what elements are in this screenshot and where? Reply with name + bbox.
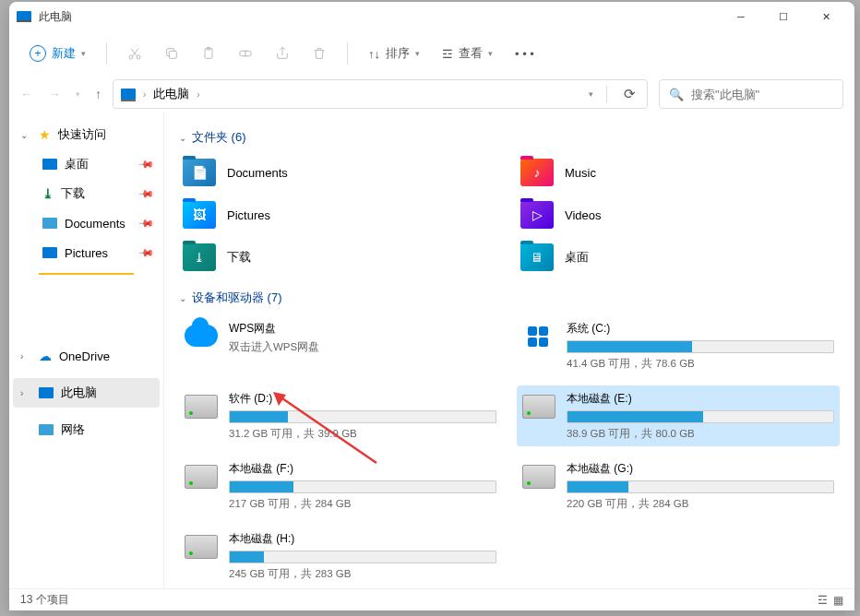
cut-button[interactable] (118, 37, 151, 70)
drive-c[interactable]: 系统 (C:) 41.4 GB 可用，共 78.6 GB (517, 315, 840, 376)
new-label: 新建 (52, 45, 76, 62)
breadcrumb-location[interactable]: 此电脑 (153, 86, 189, 102)
folder-videos[interactable]: ▷ Videos (517, 197, 840, 232)
documents-icon: 📄 (183, 159, 216, 186)
sidebar: ⌄ ★ 快速访问 桌面 📌 ⤓ 下载 📌 Documents 📌 P (9, 113, 164, 610)
view-details-button[interactable]: ☲ (818, 594, 828, 607)
sidebar-item-pictures[interactable]: Pictures 📌 (13, 238, 160, 267)
drive-d[interactable]: 软件 (D:) 31.2 GB 可用，共 39.9 GB (179, 385, 502, 446)
sidebar-label: OneDrive (59, 349, 110, 363)
folder-downloads[interactable]: ⤓ 下载 (179, 240, 502, 275)
view-icon: ☲ (442, 47, 453, 61)
folder-label: Documents (227, 166, 288, 180)
view-tiles-button[interactable]: ▦ (833, 594, 843, 607)
section-drives[interactable]: ⌄ 设备和驱动器 (7) (179, 290, 840, 306)
minimize-button[interactable]: ─ (720, 2, 762, 31)
folder-documents[interactable]: 📄 Documents (179, 155, 502, 190)
storage-bar (229, 410, 496, 423)
document-icon (42, 218, 57, 229)
drive-wps[interactable]: WPS网盘 双击进入WPS网盘 (179, 315, 502, 376)
pin-icon: 📌 (137, 214, 154, 231)
view-button[interactable]: ☲ 查看 ▾ (433, 37, 502, 70)
content-area: ⌄ 文件夹 (6) 📄 Documents ♪ Music 🖼 Pictures… (164, 113, 854, 610)
chevron-down-icon[interactable]: ▾ (589, 89, 593, 99)
share-button[interactable] (266, 37, 299, 70)
drive-status: 38.9 GB 可用，共 80.0 GB (567, 427, 834, 441)
drive-e[interactable]: 本地磁盘 (E:) 38.9 GB 可用，共 80.0 GB (517, 385, 840, 446)
history-button[interactable]: ▾ (76, 89, 80, 99)
sidebar-this-pc[interactable]: › 此电脑 (13, 378, 160, 408)
folder-desktop[interactable]: 🖥 桌面 (517, 240, 840, 275)
search-box[interactable]: 🔍 (659, 79, 843, 109)
rename-button[interactable] (229, 37, 262, 70)
this-pc-icon (121, 89, 136, 100)
drive-status: 31.2 GB 可用，共 39.9 GB (229, 427, 496, 441)
downloads-icon: ⤓ (183, 243, 216, 271)
sidebar-item-downloads[interactable]: ⤓ 下载 📌 (13, 179, 160, 208)
sidebar-label: 桌面 (65, 156, 89, 172)
close-button[interactable]: ✕ (805, 2, 847, 31)
drive-g[interactable]: 本地磁盘 (G:) 220 GB 可用，共 284 GB (517, 456, 840, 516)
copy-icon (164, 46, 179, 61)
music-icon: ♪ (520, 159, 554, 186)
sidebar-item-documents[interactable]: Documents 📌 (13, 208, 160, 238)
cloud-icon: ☁ (39, 349, 52, 363)
share-icon (275, 46, 290, 61)
wps-cloud-icon (185, 321, 218, 349)
hdd-icon (185, 395, 218, 419)
sidebar-item-desktop[interactable]: 桌面 📌 (13, 149, 160, 179)
new-button[interactable]: + 新建 ▾ (20, 37, 95, 70)
copy-button[interactable] (155, 37, 188, 70)
hdd-icon (522, 465, 555, 489)
search-input[interactable] (691, 88, 846, 101)
delete-button[interactable] (303, 37, 336, 70)
desktop-folder-icon: 🖥 (520, 243, 554, 271)
svg-point-0 (129, 55, 133, 59)
paste-button[interactable] (192, 37, 225, 70)
section-folders[interactable]: ⌄ 文件夹 (6) (179, 129, 840, 146)
drive-label: 本地磁盘 (E:) (567, 391, 834, 407)
chevron-right-icon: › (20, 388, 31, 398)
more-button[interactable]: • • • (506, 37, 543, 70)
search-icon: 🔍 (669, 88, 684, 101)
folder-label: Videos (565, 208, 602, 222)
pictures-icon (42, 247, 57, 258)
folder-music[interactable]: ♪ Music (517, 155, 840, 190)
star-icon: ★ (39, 127, 51, 142)
plus-icon: + (30, 45, 46, 62)
drive-label: 软件 (D:) (229, 391, 496, 407)
sort-icon: ↑↓ (368, 47, 380, 61)
network-icon (39, 424, 54, 435)
drive-status: 217 GB 可用，共 284 GB (229, 497, 496, 511)
sidebar-network[interactable]: 网络 (13, 415, 160, 444)
drive-status: 220 GB 可用，共 284 GB (567, 497, 834, 511)
sidebar-label: 快速访问 (58, 126, 106, 143)
refresh-button[interactable]: ⟳ (620, 86, 639, 102)
forward-button[interactable]: → (48, 87, 61, 101)
maximize-button[interactable]: ☐ (762, 2, 805, 31)
videos-icon: ▷ (520, 201, 554, 229)
windows-drive-icon (522, 325, 555, 349)
pictures-icon: 🖼 (183, 201, 216, 229)
sort-button[interactable]: ↑↓ 排序 ▾ (359, 37, 429, 70)
pin-icon: 📌 (137, 155, 154, 172)
sidebar-onedrive[interactable]: › ☁ OneDrive (13, 341, 160, 371)
folder-pictures[interactable]: 🖼 Pictures (179, 197, 502, 232)
breadcrumb[interactable]: › 此电脑 › ▾ ⟳ (113, 79, 648, 109)
hdd-icon (185, 535, 218, 559)
back-button[interactable]: ← (20, 87, 33, 101)
storage-bar (567, 410, 834, 423)
sidebar-quick-access[interactable]: ⌄ ★ 快速访问 (13, 120, 160, 149)
pin-icon: 📌 (137, 184, 154, 202)
chevron-down-icon: ▾ (488, 49, 493, 58)
chevron-down-icon: ⌄ (179, 293, 186, 303)
drive-label: 本地磁盘 (G:) (567, 461, 834, 477)
drive-h[interactable]: 本地磁盘 (H:) 245 GB 可用，共 283 GB (179, 526, 502, 586)
explorer-window: 此电脑 ─ ☐ ✕ + 新建 ▾ ↑↓ 排序 ▾ ☲ 查看 ▾ (9, 2, 854, 610)
chevron-right-icon: › (20, 351, 31, 361)
folder-label: 桌面 (565, 249, 589, 266)
drive-f[interactable]: 本地磁盘 (F:) 217 GB 可用，共 284 GB (179, 456, 502, 516)
drive-status: 245 GB 可用，共 283 GB (229, 567, 496, 581)
titlebar: 此电脑 ─ ☐ ✕ (9, 2, 854, 31)
up-button[interactable]: ↑ (95, 87, 102, 101)
